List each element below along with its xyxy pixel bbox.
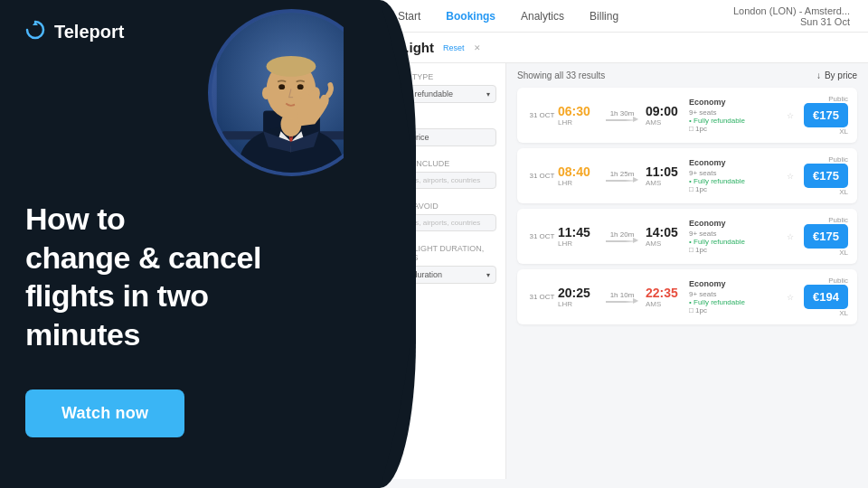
price-badge: €175 (804, 224, 848, 249)
baggage-info: □ 1pc (689, 125, 754, 133)
flight-arr-times: 09:00 AMS (646, 104, 682, 127)
watch-now-button[interactable]: Watch now (25, 389, 184, 437)
flight-line (606, 119, 638, 121)
flight-arr-times: 22:35 AMS (646, 286, 682, 308)
chevron-down-icon[interactable]: ▾ (486, 90, 490, 99)
arr-airport: AMS (646, 300, 661, 308)
flight-dep-times: 08:40 LHR (558, 164, 599, 187)
dep-time: 20:25 (558, 286, 590, 300)
seats-info: 9+ seats (689, 108, 754, 117)
page-container: Teleport (0, 0, 868, 488)
seats-info: 9+ seats (689, 169, 754, 177)
dep-time: 11:45 (558, 225, 590, 239)
star-icon[interactable]: ☆ (787, 111, 794, 120)
route-text: London (LON) - Amsterd... (733, 5, 850, 16)
flight-line (606, 301, 638, 303)
svg-point-7 (278, 84, 285, 89)
left-panel: Teleport (0, 0, 380, 488)
baggage-info: □ 1pc (689, 185, 754, 193)
headline: How to change & cancel flights in two mi… (0, 173, 380, 371)
price-badge: €175 (804, 164, 848, 188)
flight-date: 31 OCT (526, 111, 558, 119)
flight-date: 31 OCT (526, 232, 558, 240)
sort-arrow: ↓ (816, 70, 821, 80)
flight-date: 31 OCT (526, 293, 558, 301)
close-icon[interactable]: ✕ (474, 43, 481, 52)
star-icon[interactable]: ☆ (787, 232, 794, 241)
right-panel: Start Bookings Analytics Billing London … (380, 0, 868, 488)
refundable-status: • Fully refundable (689, 238, 754, 246)
cabin-class: Economy (689, 279, 754, 288)
flight-info: Economy 9+ seats • Fully refundable □ 1p… (682, 158, 754, 193)
headline-text: How to change & cancel flights in two mi… (25, 200, 354, 353)
svg-point-6 (267, 56, 316, 77)
flight-arr-times: 11:05 AMS (646, 164, 682, 187)
flight-duration: 1h 30m (610, 109, 635, 117)
flight-card[interactable]: 31 OCT 11:45 LHR 1h 20m 14:05 AMS Econom… (517, 209, 857, 264)
flight-duration: 1h 10m (610, 291, 635, 299)
arr-airport: AMS (646, 179, 661, 187)
results-count: Showing all 33 results (517, 70, 605, 80)
dep-time: 06:30 (558, 104, 590, 118)
results-sort[interactable]: ↓ By price (816, 70, 857, 80)
flight-info: Economy 9+ seats • Fully refundable □ 1p… (682, 219, 754, 254)
flight-duration: 1h 25m (610, 170, 635, 178)
refundable-status: • Fully refundable (689, 117, 754, 125)
flight-date: 31 OCT (526, 172, 558, 180)
logo-icon (25, 20, 45, 44)
flight-line-area: 1h 10m (599, 291, 646, 303)
flight-cards-container: 31 OCT 06:30 LHR 1h 30m 09:00 AMS Econom… (517, 88, 857, 324)
size-label: XL (839, 188, 848, 196)
flight-card[interactable]: 31 OCT 06:30 LHR 1h 30m 09:00 AMS Econom… (517, 88, 857, 143)
reset-button[interactable]: Reset (443, 43, 465, 52)
flight-duration: 1h 20m (610, 230, 635, 239)
refundable-status: • Fully refundable (689, 177, 754, 185)
star-icon[interactable]: ☆ (787, 293, 794, 302)
public-label: Public (828, 216, 848, 224)
star-icon[interactable]: ☆ (787, 172, 794, 181)
route-date: Sun 31 Oct (733, 16, 850, 27)
nav-analytics[interactable]: Analytics (521, 10, 564, 23)
dep-airport: LHR (558, 118, 572, 127)
size-label: XL (839, 127, 848, 136)
logo-text: Teleport (54, 22, 124, 42)
arr-time: 22:35 (646, 286, 678, 300)
arr-time: 11:05 (646, 164, 678, 179)
price-badge: €175 (804, 103, 848, 127)
route-info: London (LON) - Amsterd... Sun 31 Oct (733, 5, 850, 27)
dep-time: 08:40 (558, 164, 590, 179)
price-area: Public €175 XL (794, 95, 848, 136)
nav-bookings[interactable]: Bookings (446, 10, 495, 23)
seats-info: 9+ seats (689, 290, 754, 298)
flight-line (606, 180, 638, 182)
dep-airport: LHR (558, 179, 572, 187)
dep-airport: LHR (558, 239, 572, 248)
chevron-down-icon-2[interactable]: ▾ (486, 271, 490, 279)
price-badge: €194 (804, 285, 848, 309)
svg-point-8 (297, 84, 304, 89)
flight-line-area: 1h 30m (599, 109, 646, 121)
price-area: Public €194 XL (794, 277, 848, 317)
nav-billing[interactable]: Billing (590, 10, 618, 23)
svg-point-9 (262, 87, 270, 99)
nav-start[interactable]: Start (398, 10, 420, 23)
flight-dep-times: 20:25 LHR (558, 286, 599, 308)
flight-info: Economy 9+ seats • Fully refundable □ 1p… (682, 98, 754, 133)
results-header: Showing all 33 results ↓ By price (517, 70, 857, 80)
refundable-status: • Fully refundable (689, 298, 754, 306)
size-label: XL (839, 249, 848, 257)
flight-ui: Start Bookings Analytics Billing London … (380, 0, 868, 488)
search-bar-area: ...ight Reset ✕ (380, 33, 868, 63)
arr-airport: AMS (646, 239, 661, 248)
public-label: Public (828, 95, 848, 103)
baggage-info: □ 1pc (689, 306, 754, 314)
cabin-class: Economy (689, 158, 754, 167)
price-area: Public €175 XL (794, 216, 848, 257)
arr-time: 14:05 (646, 225, 678, 239)
cabin-class: Economy (689, 219, 754, 228)
flight-arr-times: 14:05 AMS (646, 225, 682, 248)
flight-card[interactable]: 31 OCT 08:40 LHR 1h 25m 11:05 AMS Econom… (517, 148, 857, 203)
nav-links: Start Bookings Analytics Billing (398, 10, 618, 23)
flight-card[interactable]: 31 OCT 20:25 LHR 1h 10m 22:35 AMS Econom… (517, 269, 857, 324)
flight-line (606, 240, 638, 242)
